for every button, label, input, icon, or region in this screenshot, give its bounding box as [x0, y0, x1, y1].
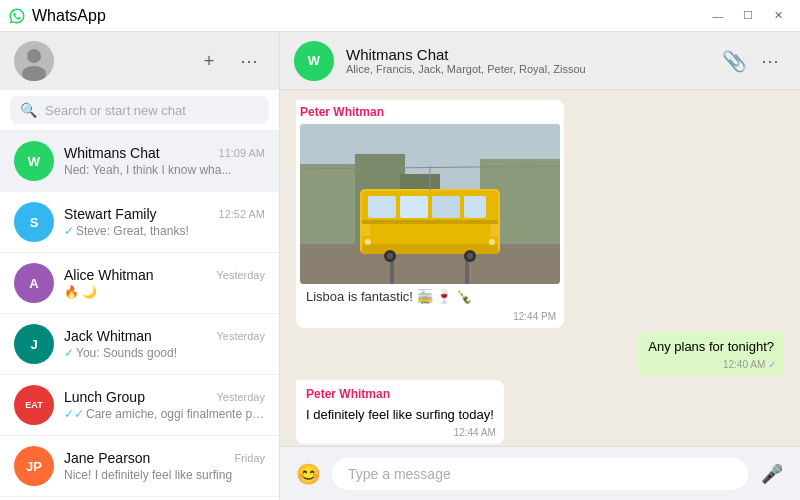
message-input[interactable]	[332, 458, 748, 490]
svg-rect-15	[400, 196, 428, 218]
chat-item-avatar: J	[14, 324, 54, 364]
chat-header-actions: 📎 ⋯	[718, 45, 786, 77]
chat-list-item[interactable]: AAlice WhitmanYesterday🔥 🌙	[0, 253, 279, 314]
message-sender: Peter Whitman	[306, 386, 494, 403]
messages-area: Peter Whitman	[280, 90, 800, 446]
chat-list-item[interactable]: EATLunch GroupYesterday✓✓Care amiche, og…	[0, 375, 279, 436]
tram-image	[300, 124, 560, 284]
chat-list-item[interactable]: JJack WhitmanYesterday✓You: Sounds good!	[0, 314, 279, 375]
chat-item-name: Lunch Group	[64, 389, 145, 405]
chat-item-preview: ✓✓Care amiche, oggi finalmente posso	[64, 407, 265, 421]
sidebar-header-actions: + ⋯	[193, 45, 265, 77]
svg-rect-17	[464, 196, 486, 218]
chat-item-preview: Nice! I definitely feel like surfing	[64, 468, 265, 482]
sidebar: + ⋯ 🔍 WWhitmans Chat11:09 AMNed: Yeah, I…	[0, 32, 280, 500]
app-title: WhatsApp	[32, 7, 106, 25]
chat-item-name: Whitmans Chat	[64, 145, 160, 161]
message-text: I definitely feel like surfing today!	[306, 407, 494, 422]
chat-list-item[interactable]: SStewart Family12:52 AM✓Steve: Great, th…	[0, 192, 279, 253]
chat-item-info: Lunch GroupYesterday✓✓Care amiche, oggi …	[64, 389, 265, 421]
chat-item-time: Friday	[234, 452, 265, 464]
chat-item-info: Alice WhitmanYesterday🔥 🌙	[64, 267, 265, 299]
chat-item-time: 11:09 AM	[219, 147, 265, 159]
search-input-wrap: 🔍	[10, 96, 269, 124]
close-button[interactable]: ✕	[764, 2, 792, 30]
chat-header-members: Alice, Francis, Jack, Margot, Peter, Roy…	[346, 63, 706, 75]
chat-item-name: Jack Whitman	[64, 328, 152, 344]
message-time: 12:40 AM ✓	[723, 358, 776, 372]
user-avatar[interactable]	[14, 41, 54, 81]
search-icon: 🔍	[20, 102, 37, 118]
message-time: 12:44 AM	[454, 426, 496, 440]
chat-list-item[interactable]: JPJane PearsonFridayNice! I definitely f…	[0, 436, 279, 497]
chat-item-avatar: A	[14, 263, 54, 303]
minimize-button[interactable]: —	[704, 2, 732, 30]
chat-item-preview: 🔥 🌙	[64, 285, 265, 299]
user-avatar-img	[14, 41, 54, 81]
chat-item-name: Alice Whitman	[64, 267, 153, 283]
svg-rect-14	[368, 196, 396, 218]
attach-button[interactable]: 📎	[718, 45, 750, 77]
maximize-button[interactable]: ☐	[734, 2, 762, 30]
chat-item-info: Jack WhitmanYesterday✓You: Sounds good!	[64, 328, 265, 360]
svg-point-21	[387, 253, 393, 259]
svg-point-23	[467, 253, 473, 259]
svg-rect-16	[432, 196, 460, 218]
chat-item-avatar: W	[14, 141, 54, 181]
search-input[interactable]	[45, 103, 259, 118]
emoji-button[interactable]: 😊	[292, 458, 324, 490]
titlebar-logo: WhatsApp	[8, 7, 704, 25]
svg-point-1	[27, 49, 41, 63]
chat-list-item[interactable]: WWhitmans Chat11:09 AMNed: Yeah, I think…	[0, 131, 279, 192]
svg-point-26	[365, 239, 371, 245]
svg-rect-24	[360, 224, 370, 236]
svg-rect-19	[362, 244, 498, 254]
sidebar-menu-button[interactable]: ⋯	[233, 45, 265, 77]
chat-item-time: Yesterday	[216, 391, 265, 403]
chat-item-preview: ✓You: Sounds good!	[64, 346, 265, 360]
chat-area: W Whitmans Chat Alice, Francis, Jack, Ma…	[280, 32, 800, 500]
message-incoming: Peter WhitmanI definitely feel like surf…	[296, 380, 504, 444]
chat-item-info: Jane PearsonFridayNice! I definitely fee…	[64, 450, 265, 482]
message-text: Any plans for tonight?	[648, 339, 774, 354]
sidebar-header: + ⋯	[0, 32, 279, 90]
chat-item-preview: Ned: Yeah, I think I know wha...	[64, 163, 265, 177]
chat-item-avatar: JP	[14, 446, 54, 486]
chat-header-name: Whitmans Chat	[346, 46, 706, 63]
chat-item-name: Stewart Family	[64, 206, 157, 222]
titlebar-controls: — ☐ ✕	[704, 2, 792, 30]
chat-item-time: Yesterday	[216, 269, 265, 281]
message-image-bubble: Peter Whitman	[296, 100, 564, 328]
app-body: + ⋯ 🔍 WWhitmans Chat11:09 AMNed: Yeah, I…	[0, 32, 800, 500]
message-sender: Peter Whitman	[300, 104, 560, 121]
svg-point-27	[489, 239, 495, 245]
message-time: 12:44 PM	[513, 310, 556, 324]
message-outgoing: Any plans for tonight?12:40 AM ✓	[638, 332, 784, 376]
chat-item-avatar: S	[14, 202, 54, 242]
chat-menu-button[interactable]: ⋯	[754, 45, 786, 77]
chat-item-info: Stewart Family12:52 AM✓Steve: Great, tha…	[64, 206, 265, 238]
chat-item-avatar: EAT	[14, 385, 54, 425]
chat-item-time: Yesterday	[216, 330, 265, 342]
titlebar: WhatsApp — ☐ ✕	[0, 0, 800, 32]
svg-rect-25	[490, 224, 500, 236]
search-bar: 🔍	[0, 90, 279, 131]
mic-button[interactable]: 🎤	[756, 458, 788, 490]
chat-item-time: 12:52 AM	[219, 208, 265, 220]
chat-item-info: Whitmans Chat11:09 AMNed: Yeah, I think …	[64, 145, 265, 177]
chat-list: WWhitmans Chat11:09 AMNed: Yeah, I think…	[0, 131, 279, 500]
chat-header: W Whitmans Chat Alice, Francis, Jack, Ma…	[280, 32, 800, 90]
chat-header-info: Whitmans Chat Alice, Francis, Jack, Marg…	[346, 46, 706, 75]
input-bar: 😊 🎤	[280, 446, 800, 500]
message-caption: Lisboa is fantastic! 🚋 🍷 🍾	[300, 284, 560, 306]
chat-avatar: W	[294, 41, 334, 81]
chat-item-name: Jane Pearson	[64, 450, 150, 466]
whatsapp-logo-icon	[8, 7, 26, 25]
svg-rect-18	[362, 220, 498, 224]
new-chat-button[interactable]: +	[193, 45, 225, 77]
chat-item-preview: ✓Steve: Great, thanks!	[64, 224, 265, 238]
